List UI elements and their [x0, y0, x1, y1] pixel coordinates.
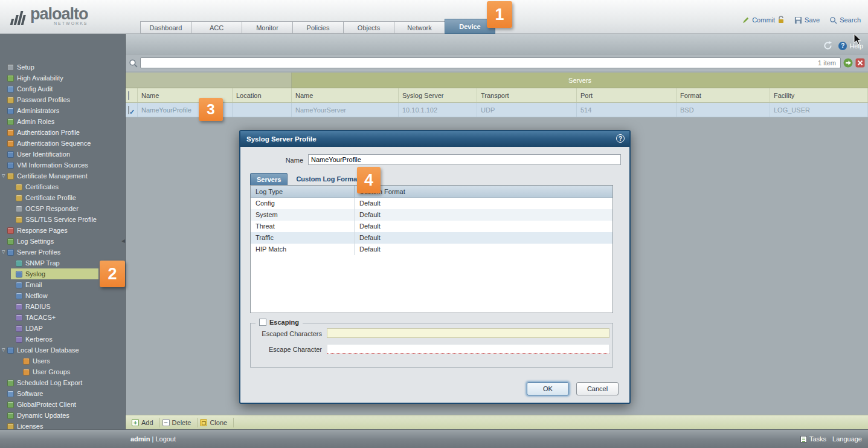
nav-tab[interactable]: Monitor — [242, 21, 292, 34]
log-table-row[interactable]: Config Default — [251, 198, 612, 209]
sidebar-item[interactable]: Licenses — [0, 421, 125, 429]
splitter-collapse-icon[interactable]: ◀ — [121, 238, 125, 244]
group-header-servers: Servers — [292, 73, 868, 88]
dialog-help-icon[interactable] — [616, 134, 625, 143]
logged-in-user: admin — [130, 435, 150, 443]
dialog-tab[interactable]: Servers — [250, 173, 288, 185]
sidebar-item-icon — [16, 293, 22, 299]
col-port[interactable]: Port — [577, 88, 677, 102]
sidebar-item[interactable]: GlobalProtect Client — [0, 399, 125, 410]
sidebar-item[interactable]: Setup — [0, 62, 125, 73]
save-button[interactable]: Save — [794, 16, 820, 24]
nav-tab[interactable]: Objects — [343, 21, 394, 34]
sidebar-item[interactable]: Netflow — [0, 290, 125, 301]
nav-tab[interactable]: Network — [394, 21, 445, 34]
col-transport[interactable]: Transport — [477, 88, 577, 102]
sidebar-item[interactable]: ▽ Certificate Management — [0, 170, 125, 181]
sidebar-item-label: Administrators — [17, 107, 59, 114]
search-button[interactable]: Search — [829, 16, 861, 24]
sidebar-item[interactable]: Kerberos — [0, 334, 125, 345]
delete-button[interactable]: Delete — [160, 418, 198, 427]
sidebar-item[interactable]: Certificate Profile — [0, 192, 125, 203]
ok-button[interactable]: OK — [527, 382, 569, 395]
sidebar-item[interactable]: Dynamic Updates — [0, 410, 125, 421]
sidebar-item[interactable]: ▽ Server Profiles — [0, 247, 125, 258]
expand-arrow-icon[interactable]: ▽ — [2, 174, 7, 178]
sidebar-item[interactable]: Password Profiles — [0, 94, 125, 105]
apply-filter-icon[interactable] — [843, 58, 853, 68]
dialog-tab[interactable]: Custom Log Format — [290, 173, 365, 185]
log-table-row[interactable]: System Default — [251, 209, 612, 221]
cancel-button[interactable]: Cancel — [576, 382, 619, 395]
sidebar-item[interactable]: TACACS+ — [0, 312, 125, 323]
sidebar-item[interactable]: Administrators — [0, 105, 125, 116]
table-row[interactable]: NameYourProfile NameYourServer 10.10.1.1… — [126, 103, 868, 117]
language-button[interactable]: Language — [832, 435, 862, 443]
group-header-empty — [126, 73, 292, 88]
col-server-name[interactable]: Name — [292, 88, 399, 102]
sidebar-item[interactable]: LDAP — [0, 323, 125, 334]
syslog-server-profile-dialog: Syslog Server Profile Name ServersCustom… — [239, 130, 631, 404]
header-checkbox[interactable] — [128, 91, 129, 100]
sidebar-item[interactable]: Scheduled Log Export — [0, 377, 125, 388]
sidebar-item[interactable]: High Availability — [0, 73, 125, 83]
filter-input[interactable] — [140, 57, 841, 68]
sidebar-item[interactable]: OCSP Responder — [0, 203, 125, 214]
sidebar-item[interactable]: Certificates — [0, 181, 125, 192]
sidebar-item-label: User Groups — [33, 368, 70, 375]
expand-arrow-icon[interactable]: ▽ — [2, 348, 7, 352]
sidebar-item[interactable]: User Identification — [0, 149, 125, 160]
sidebar-item[interactable]: Log Settings — [0, 236, 125, 247]
clone-button[interactable]: Clone — [198, 418, 234, 427]
sidebar-item-label: Certificates — [25, 183, 59, 190]
col-facility[interactable]: Facility — [770, 88, 868, 102]
cell-transport: UDP — [477, 103, 577, 117]
add-icon — [132, 419, 139, 426]
sidebar-item[interactable]: Users — [0, 355, 125, 366]
sidebar-item-icon — [7, 162, 14, 169]
nav-tab[interactable]: Policies — [292, 21, 343, 34]
sidebar-item[interactable]: ▽ Local User Database — [0, 345, 125, 355]
sidebar-item[interactable]: Authentication Sequence — [0, 138, 125, 149]
refresh-icon[interactable] — [823, 41, 832, 50]
sidebar-item[interactable]: Admin Roles — [0, 116, 125, 127]
sidebar-item[interactable]: Response Pages — [0, 225, 125, 236]
logout-link[interactable]: Logout — [155, 435, 176, 443]
sidebar-item[interactable]: User Groups — [0, 366, 125, 377]
dialog-title-bar[interactable]: Syslog Server Profile — [240, 131, 629, 147]
commit-button[interactable]: Commit — [742, 16, 785, 24]
col-format[interactable]: Format — [677, 88, 770, 102]
escape-character-input[interactable] — [327, 344, 609, 354]
row-checkbox[interactable] — [128, 106, 129, 114]
sidebar-item[interactable]: Authentication Profile — [0, 127, 125, 138]
escaping-legend: Escaping — [256, 319, 303, 326]
escaped-characters-input[interactable] — [327, 328, 609, 338]
sidebar-item[interactable]: RADIUS — [0, 301, 125, 312]
log-table-row[interactable]: HIP Match Default — [251, 244, 612, 255]
col-syslog-server[interactable]: Syslog Server — [399, 88, 477, 102]
sidebar-item[interactable]: SSL/TLS Service Profile — [0, 214, 125, 225]
sidebar-item[interactable]: Software — [0, 388, 125, 399]
log-table-row[interactable]: Traffic Default — [251, 232, 612, 244]
commit-icon — [742, 16, 750, 24]
sidebar-item-icon — [7, 380, 14, 386]
sidebar-item-icon — [16, 195, 22, 201]
sidebar-item-label: User Identification — [17, 151, 70, 158]
col-location[interactable]: Location — [233, 88, 292, 102]
sidebar-item-label: Netflow — [25, 292, 48, 299]
sidebar-item-label: Authentication Sequence — [17, 140, 91, 147]
sidebar-item[interactable]: VM Information Sources — [0, 160, 125, 170]
expand-arrow-icon[interactable]: ▽ — [2, 250, 7, 255]
tasks-button[interactable]: Tasks — [800, 435, 826, 443]
nav-tab[interactable]: ACC — [191, 21, 242, 34]
add-button[interactable]: Add — [129, 418, 160, 427]
sidebar-item-label: Kerberos — [25, 336, 53, 343]
profile-name-input[interactable] — [308, 154, 621, 165]
sidebar-item[interactable]: Config Audit — [0, 83, 125, 94]
nav-tab[interactable]: Dashboard — [140, 21, 191, 34]
sidebar-item-icon — [16, 325, 22, 332]
log-table-row[interactable]: Threat Default — [251, 221, 612, 232]
add-label: Add — [141, 419, 153, 426]
escaping-checkbox[interactable] — [259, 319, 266, 326]
clear-filter-icon[interactable] — [855, 58, 865, 68]
